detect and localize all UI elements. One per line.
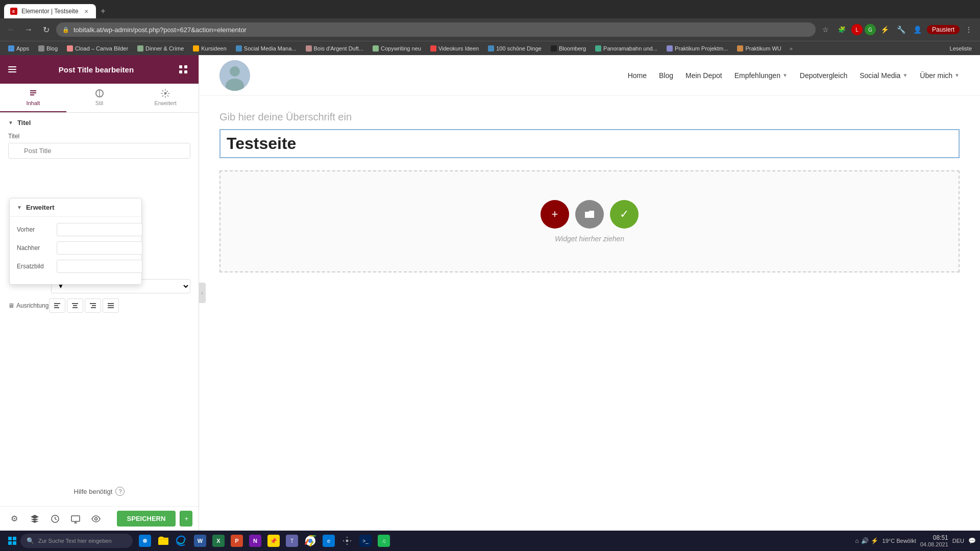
bookmark-bois[interactable]: Bois d'Argent Duft... [302, 44, 368, 53]
bookmarks-more[interactable]: » [787, 44, 796, 53]
active-tab[interactable]: E Elementor | Testseite ✕ [4, 4, 96, 18]
align-justify-button[interactable] [103, 298, 119, 313]
bookmark-social[interactable]: Social Media Mana... [232, 44, 301, 53]
tray-clock[interactable]: 08:51 04.08.2021 [920, 534, 948, 547]
refresh-button[interactable]: ↻ [39, 22, 53, 37]
taskbar-app-spotify[interactable]: ♫ [376, 533, 392, 549]
accounts-icon[interactable]: 👤 [911, 22, 925, 37]
profile-button[interactable]: Pausiert [927, 25, 960, 34]
taskbar-app-sticky[interactable]: 📌 [265, 533, 282, 549]
panel-grid-icon[interactable] [176, 62, 190, 77]
forward-button[interactable]: → [21, 22, 36, 37]
tab-stil[interactable]: Stil [66, 84, 133, 112]
titel-section-header[interactable]: ▼ Titel [0, 113, 199, 133]
taskbar-app-teams[interactable]: T [284, 533, 300, 549]
tab-inhalt[interactable]: Inhalt [0, 84, 66, 112]
taskbar-app-explorer[interactable] [155, 533, 172, 549]
bookmark-panorama[interactable]: Panoramabahn und... [591, 44, 662, 53]
menu-icon[interactable]: ⋮ [962, 22, 976, 37]
tray-network-icon[interactable]: ⌂ [855, 537, 859, 544]
svg-point-22 [230, 66, 240, 77]
nachher-row: Nachher [17, 241, 134, 255]
nav-blog[interactable]: Blog [659, 71, 673, 80]
tray-lang: DEU [952, 538, 964, 544]
taskbar-app-edge2[interactable]: e [321, 533, 337, 549]
site-title[interactable]: Testseite [219, 129, 960, 158]
bookmark-wu-icon [737, 45, 743, 52]
bookmark-icon[interactable]: ☆ [819, 22, 833, 37]
add-widget-button[interactable]: + [541, 200, 569, 229]
responsive-bottom-icon[interactable] [67, 511, 84, 527]
layers-bottom-icon[interactable] [27, 511, 43, 527]
bookmark-wu[interactable]: Praktikum WU [733, 44, 785, 53]
heading-placeholder: Gib hier deine Überschrift ein [219, 111, 960, 123]
eye-bottom-icon[interactable] [88, 511, 104, 527]
bookmark-praktikum[interactable]: Praktikum Projektm... [663, 44, 732, 53]
settings-bottom-icon[interactable]: ⚙ [6, 511, 22, 527]
bookmark-video[interactable]: Videokurs Ideen [426, 44, 483, 53]
align-right-button[interactable] [85, 298, 101, 313]
extensions-icon[interactable]: 🧩 [835, 22, 849, 37]
excel-icon: X [212, 535, 225, 547]
history-bottom-icon[interactable] [47, 511, 63, 527]
align-label: 🖥 Ausrichtung [8, 302, 49, 309]
bookmark-100[interactable]: 100 schöne Dinge [484, 44, 546, 53]
taskbar-app-settings[interactable] [339, 533, 355, 549]
taskbar-app-cortana[interactable] [137, 533, 153, 549]
erweitert-panel-header[interactable]: ▼ Erweitert [10, 198, 141, 217]
bookmark-bloomberg-icon [551, 45, 557, 52]
taskbar-app-chrome[interactable] [302, 533, 318, 549]
tab-close-button[interactable]: ✕ [83, 8, 90, 15]
taskbar-app-excel[interactable]: X [210, 533, 227, 549]
tray-volume-icon[interactable]: 🔊 [861, 537, 869, 544]
taskbar-app-powerpoint[interactable]: P [229, 533, 245, 549]
taskbar-app-edge[interactable] [174, 533, 190, 549]
bookmark-cload[interactable]: Cload – Canva Bilder [63, 44, 132, 53]
new-tab-button[interactable]: + [96, 4, 110, 18]
help-icon[interactable]: ? [115, 487, 125, 496]
tray-notification-icon[interactable]: 💬 [968, 537, 976, 544]
bookmark-bloomberg[interactable]: Bloomberg [547, 44, 590, 53]
bookmark-blog[interactable]: Blog [34, 44, 62, 53]
nav-uebermich[interactable]: Über mich ▼ [920, 71, 960, 80]
ext-icon-1[interactable]: G [865, 24, 876, 35]
windows-start-button[interactable] [4, 533, 20, 549]
taskbar-app-word[interactable]: W [192, 533, 208, 549]
nav-depot[interactable]: Mein Depot [685, 71, 722, 80]
leseliste-button[interactable]: Leseliste [946, 45, 976, 52]
nav-socialmedia[interactable]: Social Media ▼ [860, 71, 908, 80]
erweitert-panel: ▼ Erweitert Vorher Nachher Ersatzbild [9, 198, 142, 285]
nav-home[interactable]: Home [628, 71, 647, 80]
ext-icon-2[interactable]: ⚡ [878, 22, 892, 37]
ext-icon-3[interactable]: 🔧 [894, 22, 909, 37]
align-center-button[interactable] [67, 298, 83, 313]
nav-empfehlungen[interactable]: Empfehlungen ▼ [734, 71, 788, 80]
bookmark-copywriting[interactable]: Copywriting neu [369, 44, 425, 53]
hamburger-menu-icon[interactable] [8, 66, 16, 72]
bookmark-kurs[interactable]: Kursideen [189, 44, 231, 53]
bookmark-apps[interactable]: Apps [4, 44, 33, 53]
cortana-icon [139, 535, 151, 547]
tab-erweitert[interactable]: Erweitert [132, 84, 199, 112]
check-widget-button[interactable]: ✓ [610, 200, 639, 229]
nav-depotvergleich[interactable]: Depotvergleich [800, 71, 847, 80]
save-plus-button[interactable]: + [180, 511, 192, 527]
collapse-panel-handle[interactable]: ‹ [199, 283, 206, 303]
titel-input[interactable] [8, 143, 190, 159]
bookmark-dinner[interactable]: Dinner & Crime [133, 44, 188, 53]
back-button[interactable]: ← [4, 22, 18, 37]
folder-widget-button[interactable] [575, 200, 604, 229]
align-left-button[interactable] [49, 298, 65, 313]
taskbar-app-onenote[interactable]: N [247, 533, 263, 549]
ersatzbild-input[interactable] [57, 260, 142, 273]
address-bar[interactable]: 🔒 tobitalk.at/wp-admin/post.php?post=627… [56, 22, 816, 37]
lastpass-icon[interactable]: L [851, 24, 863, 35]
tray-battery-icon[interactable]: ⚡ [871, 537, 878, 544]
taskbar-search[interactable]: 🔍 Zur Suche Text hier eingeben [20, 534, 133, 548]
edge-icon [176, 535, 188, 547]
nachher-input[interactable] [57, 241, 142, 255]
taskbar-app-terminal[interactable]: >_ [357, 533, 374, 549]
save-button[interactable]: SPEICHERN [117, 511, 176, 527]
vorher-input[interactable] [57, 223, 142, 236]
tab-erweitert-label: Erweitert [154, 100, 176, 106]
